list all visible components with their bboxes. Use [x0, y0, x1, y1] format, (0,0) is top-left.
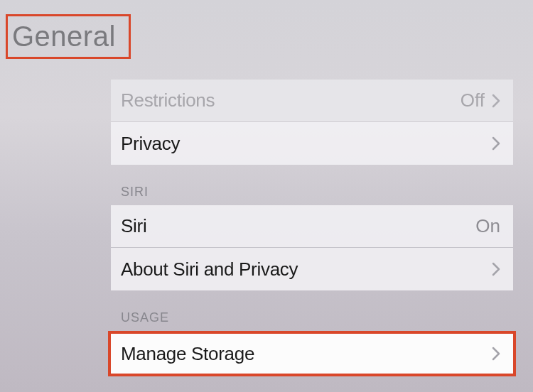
settings-list: Restrictions Off Privacy SIRI Siri On Ab… — [111, 80, 513, 376]
row-label: Siri — [121, 215, 146, 237]
row-right: On — [475, 215, 500, 237]
row-manage-storage[interactable]: Manage Storage — [111, 334, 513, 374]
row-privacy[interactable]: Privacy — [111, 122, 513, 165]
row-label: Manage Storage — [121, 343, 254, 365]
row-label: Privacy — [121, 133, 180, 155]
row-right — [492, 262, 500, 276]
row-siri[interactable]: Siri On — [111, 205, 513, 248]
page-title-highlight: General — [6, 14, 131, 59]
chevron-right-icon — [492, 136, 500, 151]
row-right: Off — [461, 89, 500, 111]
row-highlight: Manage Storage — [108, 331, 516, 376]
row-label: Restrictions — [121, 89, 215, 111]
page-title: General — [12, 21, 116, 53]
row-right — [492, 347, 500, 361]
row-label: About Siri and Privacy — [121, 258, 298, 281]
section-header-usage: USAGE — [111, 290, 513, 331]
row-restrictions[interactable]: Restrictions Off — [111, 80, 513, 122]
row-value: On — [475, 215, 500, 237]
row-right — [492, 136, 500, 151]
row-about-siri-privacy[interactable]: About Siri and Privacy — [111, 248, 513, 290]
chevron-right-icon — [492, 94, 500, 108]
row-value: Off — [461, 89, 485, 111]
section-header-siri: SIRI — [111, 165, 513, 205]
chevron-right-icon — [492, 262, 500, 276]
chevron-right-icon — [492, 347, 500, 361]
